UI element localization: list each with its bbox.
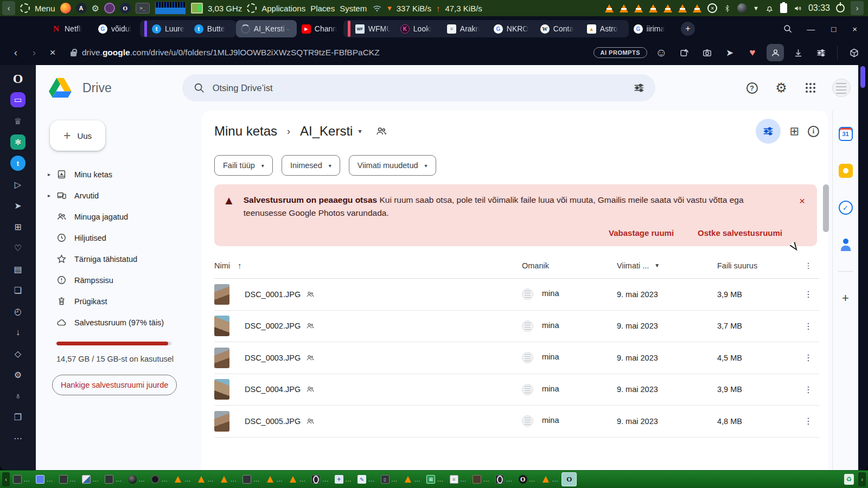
sidebar-rail-icon[interactable]: ⋯ bbox=[10, 430, 26, 446]
send-to-device-icon[interactable]: ➤ bbox=[721, 44, 738, 61]
column-header-modified[interactable]: Viimati ... bbox=[617, 261, 649, 270]
row-more-options-icon[interactable]: ⋮ bbox=[797, 352, 819, 363]
column-header-name[interactable]: Nimi bbox=[214, 261, 230, 270]
browser-tab[interactable]: G NKRO bbox=[489, 20, 535, 37]
google-apps-grid-button[interactable] bbox=[799, 76, 822, 100]
window-minimize-button[interactable]: — bbox=[807, 24, 815, 34]
drive-nav-item[interactable]: Tärniga tähistatud bbox=[49, 248, 201, 269]
sidebar-rail-icon[interactable]: ❏ bbox=[10, 282, 26, 298]
page-url[interactable]: drive.google.com/drive/u/0/folders/1MLJ9… bbox=[82, 48, 380, 57]
tor-launcher-icon[interactable] bbox=[104, 3, 115, 14]
drive-nav-item[interactable]: ▸ Arvutid bbox=[49, 185, 201, 206]
row-more-options-icon[interactable]: ⋮ bbox=[797, 384, 819, 395]
search-options-tune-icon[interactable] bbox=[627, 76, 651, 100]
favorites-heart-icon[interactable]: ♥ bbox=[744, 44, 761, 61]
sort-ascending-icon[interactable]: ↑ bbox=[238, 261, 242, 270]
taskbar-window-button[interactable]: ... bbox=[493, 472, 515, 486]
places-menu[interactable]: Places bbox=[310, 4, 335, 13]
file-type-filter-chip[interactable]: Faili tüüp▾ bbox=[214, 155, 273, 176]
notifications-bell-icon[interactable] bbox=[765, 4, 774, 13]
browser-tab[interactable]: ▲ Astro bbox=[582, 20, 629, 37]
vlc-tray-icon[interactable] bbox=[649, 4, 658, 12]
taskbar-window-button[interactable]: ... bbox=[171, 472, 193, 486]
menu-label[interactable]: Menu bbox=[35, 4, 55, 13]
column-options-icon[interactable]: ⋮ bbox=[797, 261, 819, 270]
wifi-icon[interactable] bbox=[372, 3, 382, 14]
page-scrollbar-thumb[interactable] bbox=[860, 66, 865, 88]
tray-status-icon[interactable] bbox=[737, 3, 747, 13]
window-maximize-button[interactable]: □ bbox=[831, 24, 836, 34]
drive-nav-item[interactable]: Rämpssisu bbox=[49, 269, 201, 291]
file-row[interactable]: DSC_0001.JPG mina 9. mai 2023 3,9 MB ⋮ bbox=[214, 279, 819, 311]
expand-caret-icon[interactable]: ▸ bbox=[48, 192, 53, 198]
taskbar-window-button[interactable]: ... bbox=[539, 472, 561, 486]
taskbar-window-button[interactable]: + ... bbox=[332, 472, 354, 486]
sidebar-rail-icon[interactable]: ♡ bbox=[10, 240, 26, 256]
system-menu[interactable]: System bbox=[340, 4, 367, 13]
drive-nav-item[interactable]: Hiljutised bbox=[49, 227, 201, 248]
column-header-owner[interactable]: Omanik bbox=[522, 261, 617, 270]
taskbar-window-button[interactable]: ... bbox=[56, 472, 79, 486]
browser-tab[interactable]: G võidul bbox=[93, 20, 140, 37]
browser-tab[interactable]: W Conta bbox=[535, 20, 582, 37]
google-drive-logo[interactable] bbox=[49, 78, 72, 98]
tune-toolbar-icon[interactable] bbox=[812, 44, 829, 61]
help-button[interactable]: ? bbox=[740, 76, 764, 100]
vlc-tray-icon[interactable] bbox=[693, 4, 701, 12]
ai-prompts-button[interactable]: AI PROMPTS bbox=[593, 47, 647, 58]
share-people-icon[interactable] bbox=[375, 125, 387, 137]
bluetooth-icon[interactable] bbox=[723, 4, 731, 12]
caffeine-tray-icon[interactable]: × bbox=[707, 3, 717, 13]
grid-view-toggle[interactable]: ⊞ bbox=[789, 125, 799, 138]
browser-tab[interactable]: t Luure bbox=[140, 20, 189, 37]
row-more-options-icon[interactable]: ⋮ bbox=[797, 321, 819, 331]
sidebar-rail-icon[interactable]: ▷ bbox=[10, 176, 26, 192]
pinboard-extension-icon[interactable] bbox=[675, 44, 693, 61]
sidebar-rail-icon[interactable]: ⚙ bbox=[10, 367, 26, 383]
taskbar-window-button[interactable]: ✎ ... bbox=[355, 472, 377, 486]
sidebar-rail-icon[interactable]: O bbox=[10, 70, 26, 87]
forward-button[interactable]: › bbox=[26, 44, 42, 61]
new-button[interactable]: + Uus bbox=[50, 120, 105, 151]
keep-icon[interactable] bbox=[839, 164, 853, 178]
snapshot-camera-icon[interactable] bbox=[698, 44, 716, 61]
tasks-icon[interactable]: ✓ bbox=[839, 201, 853, 215]
add-panel-app-icon[interactable]: + bbox=[839, 291, 853, 305]
address-bar[interactable]: drive.google.com/drive/u/0/folders/1MLJ9… bbox=[63, 43, 591, 62]
file-row[interactable]: DSC_0003.JPG mina 9. mai 2023 4,5 MB ⋮ bbox=[214, 342, 819, 374]
sidebar-rail-icon[interactable]: ↓ bbox=[10, 324, 26, 341]
vlc-tray-icon[interactable] bbox=[620, 4, 628, 12]
row-more-options-icon[interactable]: ⋮ bbox=[797, 416, 819, 426]
get-more-storage-button[interactable]: Hankige salvestusruumi juurde bbox=[52, 375, 177, 395]
clock[interactable]: 03:33 bbox=[808, 3, 830, 13]
people-filter-chip[interactable]: Inimesed▾ bbox=[282, 155, 340, 176]
taskbar-window-button[interactable]: ⊞ ... bbox=[424, 472, 446, 486]
taskbar-scroll-left[interactable]: ‹ bbox=[2, 472, 10, 486]
browser-tab[interactable]: AI_Kersti – bbox=[236, 20, 297, 37]
expand-caret-icon[interactable]: ▸ bbox=[48, 171, 53, 177]
sidebar-rail-icon[interactable]: ▤ bbox=[10, 261, 26, 277]
taskbar-scroll-right[interactable]: › bbox=[858, 472, 866, 486]
browser-tab[interactable]: ≡ Arakn bbox=[442, 20, 489, 37]
contacts-icon[interactable] bbox=[839, 237, 853, 252]
battery-icon[interactable] bbox=[780, 3, 787, 13]
emoji-extension-icon[interactable]: ☺ bbox=[653, 44, 670, 61]
details-info-button[interactable]: i bbox=[808, 126, 819, 137]
dropdown-arrow-icon[interactable]: ▼ bbox=[753, 5, 759, 11]
taskbar-window-button[interactable]: ... bbox=[309, 472, 331, 486]
taskbar-window-button[interactable]: ... bbox=[79, 472, 101, 486]
banner-close-icon[interactable]: × bbox=[799, 195, 805, 207]
file-row[interactable]: DSC_0004.JPG mina 9. mai 2023 3,9 MB ⋮ bbox=[214, 374, 819, 406]
search-icon[interactable] bbox=[193, 82, 205, 94]
filter-toggle-button[interactable] bbox=[756, 119, 781, 144]
modified-filter-chip[interactable]: Viimati muudetud▾ bbox=[349, 155, 436, 176]
extensions-cube-icon[interactable] bbox=[845, 44, 863, 61]
taskbar-window-button[interactable]: O ... bbox=[516, 472, 538, 486]
vlc-tray-icon[interactable] bbox=[634, 4, 643, 12]
power-icon[interactable] bbox=[836, 4, 845, 12]
drive-app-name[interactable]: Drive bbox=[82, 81, 112, 95]
panel-collapse-right[interactable]: › bbox=[851, 1, 864, 15]
drive-search-bar[interactable]: Otsing Drive’ist bbox=[182, 74, 655, 101]
window-close-button[interactable]: × bbox=[852, 24, 857, 34]
taskbar-window-button[interactable]: ... bbox=[10, 472, 33, 486]
